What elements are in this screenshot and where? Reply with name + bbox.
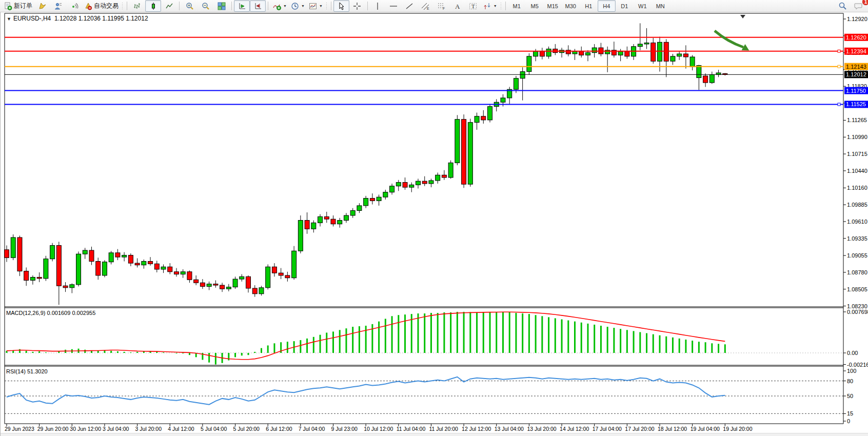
- arrows-button[interactable]: ▼: [481, 0, 499, 12]
- indicators-icon: [272, 2, 281, 10]
- svg-text:5 Jul 20:00: 5 Jul 20:00: [233, 426, 260, 432]
- search-button[interactable]: [835, 0, 851, 12]
- timeframe-button-m15[interactable]: M15: [544, 0, 562, 12]
- crosshair-button[interactable]: [349, 0, 365, 12]
- zoom-out-button[interactable]: [198, 0, 213, 12]
- chart-shift-button[interactable]: [250, 0, 266, 12]
- svg-text:5 Jul 04:00: 5 Jul 04:00: [201, 426, 227, 432]
- macd-axis: 0.0076980.00-0.002168: [843, 309, 868, 368]
- dropdown-caret-icon[interactable]: ▼: [319, 4, 323, 8]
- svg-text:1.09610: 1.09610: [847, 219, 867, 225]
- svg-text:F: F: [443, 7, 445, 10]
- candlestick-button[interactable]: [145, 0, 161, 12]
- svg-text:29 Jun 2023: 29 Jun 2023: [5, 426, 34, 432]
- toolbar-separator: [179, 2, 180, 10]
- candle-icon: [149, 2, 157, 10]
- svg-text:19 Jul 04:00: 19 Jul 04:00: [691, 426, 720, 432]
- profile-button[interactable]: [50, 0, 66, 12]
- cursor-button[interactable]: [333, 0, 349, 12]
- bar-chart-button[interactable]: [129, 0, 145, 12]
- hline-1.12143[interactable]: 1.12143: [5, 63, 868, 70]
- trendline-icon: [405, 2, 413, 10]
- bars-icon: [133, 2, 142, 10]
- templates-button[interactable]: ▼: [307, 0, 325, 12]
- line-chart-button[interactable]: [161, 0, 177, 12]
- svg-text:19 Jul 20:00: 19 Jul 20:00: [723, 426, 752, 432]
- main-toolbar: 新订单自动交易▼▼▼EFAT▼M1M5M15M30H1H4D1W1MN1: [0, 0, 868, 12]
- timeframe-button-w1[interactable]: W1: [634, 0, 652, 12]
- zoom-in-icon: [186, 2, 194, 10]
- new-order-button[interactable]: 新订单: [2, 0, 34, 12]
- hline-1.12394[interactable]: 1.12394: [5, 48, 868, 55]
- indicators-button[interactable]: ▼: [270, 0, 289, 12]
- timeframe-button-m1[interactable]: M1: [508, 0, 526, 12]
- notifications-button[interactable]: 1: [851, 0, 866, 12]
- dropdown-caret-icon[interactable]: ▼: [283, 4, 287, 8]
- toolbar-drag-handle[interactable]: [500, 2, 502, 10]
- label-button[interactable]: T: [465, 0, 481, 12]
- hline-button[interactable]: [386, 0, 402, 12]
- autotrading-button[interactable]: 自动交易: [82, 0, 121, 12]
- toolbar-drag-handle[interactable]: [326, 2, 328, 10]
- svg-text:11 Jul 20:00: 11 Jul 20:00: [429, 426, 458, 432]
- price-axis: 1.129201.126451.123701.120951.118201.115…: [843, 16, 867, 309]
- chart-canvas[interactable]: 1.129201.126451.123701.120951.118201.115…: [1, 12, 868, 436]
- svg-text:18 Jul 12:00: 18 Jul 12:00: [658, 426, 687, 432]
- svg-text:13 Jul 04:00: 13 Jul 04:00: [495, 426, 524, 432]
- chart-collapse-icon[interactable]: ▼: [7, 16, 11, 22]
- candles: [5, 23, 727, 305]
- toolbar-separator: [331, 2, 331, 10]
- svg-text:1.11525: 1.11525: [846, 101, 866, 107]
- chart-shift-marker[interactable]: [740, 15, 745, 18]
- timeframe-button-m30[interactable]: M30: [562, 0, 580, 12]
- chart-window[interactable]: ▼EURUSD-,H4 1.12028 1.12036 1.11995 1.12…: [0, 12, 868, 436]
- vline-icon: [373, 2, 382, 10]
- chart-title: ▼EURUSD-,H4 1.12028 1.12036 1.11995 1.12…: [7, 15, 148, 22]
- hline-1.12620[interactable]: 1.12620: [5, 34, 868, 41]
- svg-text:1.08505: 1.08505: [847, 286, 867, 292]
- svg-text:4 Jul 12:00: 4 Jul 12:00: [168, 426, 194, 432]
- zoom-in-button[interactable]: [182, 0, 198, 12]
- svg-text:30 Jun 12:00: 30 Jun 12:00: [70, 426, 101, 432]
- signal-icon: [70, 2, 78, 10]
- text-button[interactable]: A: [449, 0, 465, 12]
- svg-text:80: 80: [847, 378, 853, 384]
- clock-icon: [291, 2, 299, 10]
- auto-scroll-button[interactable]: [234, 0, 250, 12]
- fibonacci-button[interactable]: F: [433, 0, 449, 12]
- svg-text:1.10440: 1.10440: [847, 168, 867, 174]
- hline-1.11750[interactable]: 1.11750: [5, 87, 868, 94]
- macd-histogram: [7, 312, 725, 365]
- timeframe-button-h4[interactable]: H4: [598, 0, 616, 12]
- crosshair-icon: [353, 2, 361, 10]
- timeframe-button-h1[interactable]: H1: [580, 0, 598, 12]
- signals-button[interactable]: [66, 0, 82, 12]
- channel-button[interactable]: E: [418, 0, 433, 12]
- toolbar-separator: [127, 2, 127, 10]
- trading-terminal: { "toolbar": { "new_order_label": "新订单",…: [0, 0, 868, 436]
- hline-1.11525[interactable]: 1.11525: [5, 101, 868, 108]
- svg-text:1.12012: 1.12012: [846, 71, 866, 77]
- toolbar-drag-handle[interactable]: [122, 2, 124, 10]
- dropdown-caret-icon[interactable]: ▼: [301, 4, 305, 8]
- autotrading-button-label: 自动交易: [94, 2, 119, 10]
- trendline-button[interactable]: [402, 0, 418, 12]
- timeframe-button-d1[interactable]: D1: [616, 0, 634, 12]
- svg-text:7 Jul 04:00: 7 Jul 04:00: [299, 426, 325, 432]
- toolbar-separator: [231, 2, 232, 10]
- tile-windows-button[interactable]: [213, 0, 229, 12]
- arrow-annotation[interactable]: [715, 31, 749, 50]
- vline-button[interactable]: [370, 0, 386, 12]
- svg-text:E: E: [427, 7, 429, 10]
- timeframe-button-m5[interactable]: M5: [526, 0, 544, 12]
- periods-button[interactable]: ▼: [289, 0, 307, 12]
- svg-text:6 Jul 12:00: 6 Jul 12:00: [266, 426, 292, 432]
- svg-text:1.11265: 1.11265: [847, 117, 867, 123]
- styler-button[interactable]: [34, 0, 50, 12]
- chartshift-icon: [254, 2, 262, 10]
- dropdown-caret-icon[interactable]: ▼: [494, 4, 497, 8]
- timeframe-button-mn[interactable]: MN: [652, 0, 669, 12]
- toolbar-separator: [268, 2, 268, 10]
- svg-text:1.12920: 1.12920: [847, 16, 867, 22]
- svg-text:T: T: [471, 3, 475, 9]
